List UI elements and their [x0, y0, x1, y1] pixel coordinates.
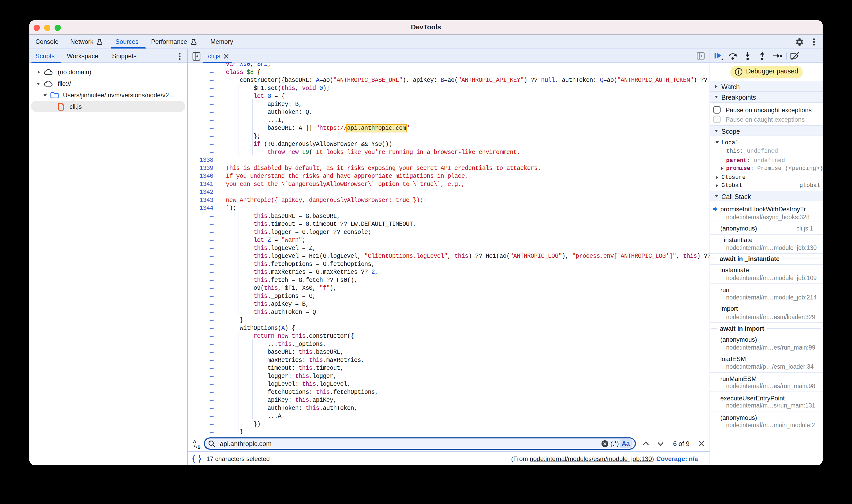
svg-text:B: B	[197, 445, 201, 449]
svg-text:A: A	[193, 439, 196, 444]
